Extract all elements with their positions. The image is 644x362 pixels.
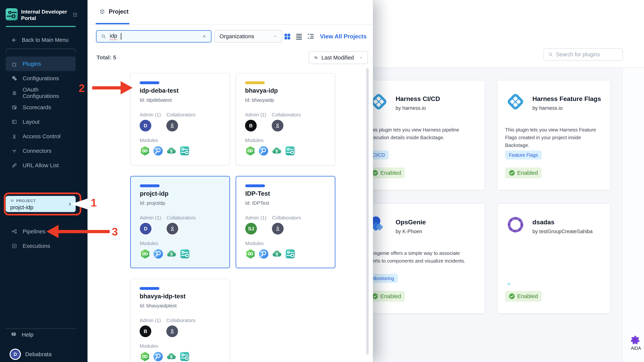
admin-avatar: B xyxy=(245,120,257,131)
sort-dropdown-label: Last Modified xyxy=(322,55,354,61)
ci-module-icon xyxy=(245,146,256,156)
user-menu[interactable]: D Debabrata xyxy=(10,349,52,359)
sidebar-bottom-divider xyxy=(6,328,76,329)
sidebar-item-layout[interactable]: Layout xyxy=(6,115,76,129)
sidebar-item-oauth-configurations[interactable]: OAuth Configurations xyxy=(6,86,76,100)
back-label: Back to Main Menu xyxy=(22,37,68,43)
plugin-card-dsadas[interactable]: dsadasby testGroupCreateSahibaEnabled xyxy=(497,203,611,314)
sidebar-item-url-allow-list[interactable]: URL Allow List xyxy=(6,158,76,173)
sidebar-item-plugins[interactable]: Plugins xyxy=(6,57,76,71)
admin-avatar: B xyxy=(140,325,151,337)
project-card-bhavya-idp-test[interactable]: bhavya-idp-testId: bhavyaidptestAdmin (1… xyxy=(130,279,230,362)
app-logo-row: Internal Developer Portal xyxy=(6,8,68,22)
aida-button[interactable]: AIDA xyxy=(630,335,642,351)
plugin-title: Harness Feature Flags xyxy=(532,95,601,103)
project-card-color-bar xyxy=(245,184,265,187)
collaborator-avatar xyxy=(272,120,284,131)
sidebar-item-label: OAuth Configurations xyxy=(22,87,76,99)
project-card-name: projct-idp xyxy=(140,190,168,197)
view-all-projects-link[interactable]: View All Projects xyxy=(320,33,366,40)
idp-module-icon xyxy=(285,248,296,259)
plugin-description: This plugin lets you view Harness pipeli… xyxy=(368,126,470,141)
help-button[interactable]: ? Help xyxy=(11,330,34,339)
collaborator-avatar xyxy=(272,223,284,234)
project-search-input[interactable]: idp xyxy=(96,30,212,43)
ci-module-icon xyxy=(140,146,150,156)
right-gutter: AIDA xyxy=(622,68,644,362)
gears-icon xyxy=(11,75,17,81)
project-picker-panel: Project idp Organizations View All Proje… xyxy=(88,0,373,362)
plugin-card-opsgenie[interactable]: OpsGenieby K-PhoenOpsgenie offers a simp… xyxy=(360,203,485,314)
chaos-module-icon xyxy=(258,146,269,156)
svg-text:?: ? xyxy=(13,333,14,336)
plugin-title: Harness CI/CD xyxy=(396,95,440,103)
sidebar-item-pipelines[interactable]: Pipelines xyxy=(6,224,76,239)
cube-icon xyxy=(99,9,105,15)
collaborators-label: Collaborators xyxy=(272,215,301,221)
plugin-title: OpsGenie xyxy=(396,218,426,226)
project-card-idp-deba-test[interactable]: idp-deba-testId: idpdebatestAdmin (1)Col… xyxy=(130,73,230,165)
collaborators-label: Collaborators xyxy=(166,215,196,221)
check-circle-icon xyxy=(509,293,515,299)
sidebar-item-label: Access Control xyxy=(22,133,60,140)
svg-text:$: $ xyxy=(276,149,278,154)
clear-search-icon[interactable] xyxy=(202,34,207,39)
project-card-name: bhavya-idp xyxy=(245,87,278,94)
admin-avatar: D xyxy=(140,223,152,234)
sidebar-nav: PluginsConfigurationsOAuth Configuration… xyxy=(6,57,76,173)
project-card-id: Id: idpdebatest xyxy=(140,97,172,103)
app-switcher-icon[interactable] xyxy=(72,12,78,17)
list-view-toggle-icon[interactable] xyxy=(295,32,303,41)
project-card-color-bar xyxy=(140,184,160,187)
module-icons: $ xyxy=(140,351,190,362)
module-icons: $ xyxy=(245,248,296,259)
idp-module-icon xyxy=(284,145,296,156)
plugin-card-harness-ci-cd[interactable]: Harness CI/CDby harness.ioThis plugin le… xyxy=(360,80,485,190)
aida-label: AIDA xyxy=(630,346,642,351)
dsadas-logo xyxy=(505,215,526,235)
detailed-list-view-toggle-icon[interactable] xyxy=(307,32,315,41)
collaborator-person-icon xyxy=(274,225,281,232)
aida-icon xyxy=(630,335,642,345)
plugin-enabled-badge: Enabled xyxy=(368,167,405,178)
tab-project-label: Project xyxy=(109,8,128,15)
idp-module-icon xyxy=(179,145,190,156)
idp-module-icon xyxy=(179,248,190,259)
project-card-color-bar xyxy=(140,81,160,84)
user-avatar: D xyxy=(10,349,20,359)
tab-project[interactable]: Project xyxy=(99,8,128,15)
plugin-author: by harness.io xyxy=(532,105,563,111)
organizations-dropdown[interactable]: Organizations xyxy=(214,30,282,43)
plugins-search-input[interactable] xyxy=(556,52,619,58)
back-to-main-menu[interactable]: Back to Main Menu xyxy=(11,37,68,43)
collaborator-avatar xyxy=(166,120,178,131)
project-card-projct-idp[interactable]: projct-idpId: projctidpAdmin (1)Collabor… xyxy=(130,176,230,268)
sidebar-item-access-control[interactable]: Access Control xyxy=(6,129,76,144)
admin-label: Admin (1) xyxy=(140,215,161,221)
project-card-bhavya-idp[interactable]: bhavya-idpId: bhavyaidpAdmin (1)Collabor… xyxy=(236,73,335,165)
sidebar-item-label: Executions xyxy=(22,243,50,249)
sidebar-item-label: Layout xyxy=(22,119,40,125)
project-selector-label: PROJECT xyxy=(16,199,36,203)
project-card-idp-test[interactable]: IDP-TestId: IDPTestAdmin (1)Collaborator… xyxy=(236,176,335,268)
plugins-search-box[interactable] xyxy=(544,48,623,61)
search-icon xyxy=(101,34,106,39)
back-arrow-icon xyxy=(11,37,17,43)
module-icons: $ xyxy=(140,248,190,259)
sidebar-item-executions[interactable]: Executions xyxy=(6,239,76,253)
grid-view-toggle-icon[interactable] xyxy=(283,32,292,41)
svg-text:$: $ xyxy=(170,149,172,154)
sort-arrows-icon xyxy=(313,55,319,61)
text-caret xyxy=(121,33,122,40)
module-icons: $ xyxy=(245,145,296,156)
ccm-module-icon: $ xyxy=(272,146,282,156)
plugin-card-harness-feature-flags[interactable]: Harness Feature Flagsby harness.ioThis p… xyxy=(497,80,611,190)
sidebar-item-scorecards[interactable]: Scorecards xyxy=(6,100,76,115)
panel-scrollbar[interactable] xyxy=(366,68,369,354)
sidebar-item-connectors[interactable]: Connectors xyxy=(6,144,76,158)
sidebar: Internal Developer Portal Back to Main M… xyxy=(0,0,88,362)
sidebar-item-configurations[interactable]: Configurations xyxy=(6,71,76,86)
sort-dropdown[interactable]: Last Modified xyxy=(309,51,368,64)
project-selector[interactable]: PROJECT projct-idp xyxy=(6,196,76,212)
tab-divider xyxy=(88,24,373,25)
